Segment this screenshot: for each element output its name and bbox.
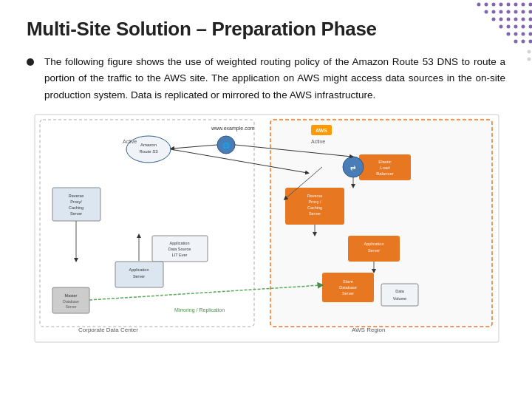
slide-title: Multi-Site Solution – Preparation Phase — [27, 18, 377, 41]
url-label: www.example.com — [211, 126, 255, 132]
svg-point-14 — [529, 10, 533, 14]
svg-point-20 — [529, 18, 533, 21]
svg-point-8 — [485, 10, 488, 14]
svg-text:AWS: AWS — [316, 128, 327, 133]
svg-text:Reverse: Reverse — [69, 194, 83, 198]
svg-text:Master: Master — [65, 293, 78, 298]
svg-text:Caching: Caching — [307, 205, 322, 210]
svg-point-23 — [514, 25, 518, 29]
svg-point-18 — [514, 18, 518, 21]
content-area: The following figure shows the use of we… — [27, 54, 505, 103]
bullet-col — [27, 54, 38, 103]
diagram-container: Corporate Data Center AWS Region www.exa… — [34, 114, 499, 343]
svg-point-27 — [514, 33, 518, 36]
svg-text:Server: Server — [309, 211, 321, 216]
slide: Multi-Site Solution – Preparation Phase … — [0, 0, 532, 399]
svg-point-32 — [529, 40, 533, 44]
svg-point-19 — [522, 18, 525, 21]
svg-text:Amazon: Amazon — [140, 143, 157, 147]
svg-point-10 — [499, 10, 503, 14]
svg-rect-81 — [381, 284, 418, 306]
svg-point-24 — [522, 25, 525, 29]
svg-point-1 — [485, 3, 488, 7]
svg-point-28 — [522, 33, 525, 36]
svg-text:🌐: 🌐 — [222, 142, 230, 149]
svg-text:Volume: Volume — [393, 296, 406, 301]
svg-text:Route S3: Route S3 — [139, 149, 158, 154]
svg-point-5 — [514, 3, 518, 7]
svg-text:Data: Data — [395, 289, 405, 293]
svg-point-6 — [522, 3, 525, 7]
active-right: Active — [311, 139, 325, 144]
svg-text:Server: Server — [133, 274, 145, 279]
svg-text:Database: Database — [339, 285, 357, 290]
svg-point-30 — [514, 40, 518, 44]
svg-text:Proxy/: Proxy/ — [70, 200, 82, 204]
svg-text:Application: Application — [129, 267, 149, 272]
svg-point-26 — [507, 33, 511, 36]
text-col: The following figure shows the use of we… — [44, 54, 505, 103]
svg-text:Database: Database — [63, 299, 79, 304]
svg-point-2 — [492, 3, 496, 7]
mirroring-label: Mirroring / Replication — [174, 307, 225, 313]
svg-text:LIT Ever: LIT Ever — [172, 253, 188, 257]
svg-point-11 — [507, 10, 511, 14]
svg-point-15 — [492, 18, 496, 21]
svg-text:Elastic: Elastic — [378, 160, 392, 164]
svg-point-25 — [529, 25, 533, 29]
svg-point-34 — [528, 58, 531, 61]
active-left: Active — [123, 139, 137, 144]
svg-text:Server: Server — [368, 248, 380, 253]
corporate-dc-label: Corporate Data Center — [78, 327, 138, 333]
svg-point-0 — [477, 3, 481, 7]
svg-text:Caching: Caching — [69, 205, 83, 210]
svg-rect-53 — [52, 188, 100, 221]
svg-point-9 — [492, 10, 496, 14]
svg-point-17 — [507, 18, 511, 21]
svg-text:Server: Server — [66, 304, 77, 309]
svg-point-29 — [529, 33, 533, 36]
svg-point-12 — [514, 10, 518, 14]
svg-point-4 — [507, 3, 511, 7]
svg-text:Balancer: Balancer — [376, 171, 394, 176]
svg-point-3 — [499, 3, 503, 7]
svg-point-33 — [528, 50, 531, 54]
svg-text:Application: Application — [364, 242, 384, 246]
svg-text:Proxy /: Proxy / — [308, 200, 321, 204]
svg-point-22 — [507, 25, 511, 29]
svg-point-16 — [499, 18, 503, 21]
svg-text:Reverse: Reverse — [307, 194, 322, 198]
svg-text:Application: Application — [170, 241, 190, 245]
svg-text:Data Source: Data Source — [168, 247, 191, 251]
body-text: The following figure shows the use of we… — [44, 54, 505, 103]
svg-text:Load: Load — [380, 166, 389, 170]
aws-region-label: AWS Region — [352, 327, 386, 333]
svg-point-7 — [529, 3, 533, 7]
svg-point-21 — [499, 25, 503, 29]
svg-text:⇄: ⇄ — [350, 164, 356, 171]
svg-text:Slave: Slave — [343, 279, 353, 284]
svg-point-31 — [522, 40, 525, 44]
svg-point-13 — [522, 10, 525, 14]
svg-text:Server: Server — [342, 291, 354, 296]
title-area: Multi-Site Solution – Preparation Phase — [27, 18, 505, 41]
svg-text:Server: Server — [70, 211, 82, 216]
corner-dots-decoration — [466, 0, 532, 66]
architecture-diagram: Corporate Data Center AWS Region www.exa… — [34, 114, 499, 343]
bullet-point — [27, 58, 34, 66]
